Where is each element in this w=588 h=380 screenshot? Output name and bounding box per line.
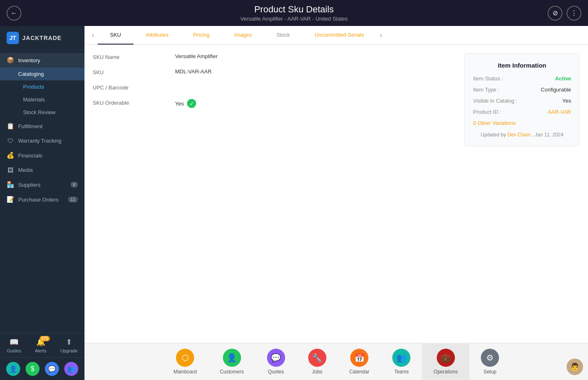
nav-quotes[interactable]: 💬 Quotes — [255, 344, 297, 380]
product-id-label: Product ID : — [473, 109, 501, 115]
mainboard-icon: ⬡ — [176, 349, 194, 367]
orderable-check-icon: ✓ — [187, 99, 196, 108]
back-button[interactable]: ← — [7, 6, 21, 21]
sku-name-row: SKU Name Versatile Amplifier — [93, 53, 464, 60]
item-type-label: Item Type : — [473, 87, 499, 93]
nav-mainboard[interactable]: ⬡ Mainboard — [162, 344, 208, 380]
sidebar-item-label: Inventory — [18, 57, 40, 63]
updated-by-name[interactable]: Dev Cham — [507, 132, 531, 138]
sidebar-item-inventory[interactable]: 📦 Inventory — [0, 53, 84, 68]
group-button[interactable]: 👥 — [64, 362, 78, 376]
nav-teams[interactable]: 👥 Teams — [381, 344, 422, 380]
customers-label: Customers — [220, 369, 244, 375]
tab-pricing[interactable]: Pricing — [181, 26, 222, 45]
suppliers-label: Suppliers — [18, 182, 40, 188]
tab-attributes[interactable]: Attributes — [134, 26, 181, 45]
customers-icon: 👤 — [223, 349, 241, 367]
tab-sku[interactable]: SKU — [98, 26, 134, 45]
dollar-button[interactable]: $ — [26, 362, 40, 376]
nav-jobs[interactable]: 🔧 Jobs — [297, 344, 338, 380]
suppliers-icon: 🏪 — [7, 181, 14, 188]
sidebar-item-media[interactable]: 🖼 Media — [0, 163, 84, 177]
tab-images[interactable]: Images — [222, 26, 264, 45]
tab-uncommitted-serials[interactable]: Uncommitted Serials — [302, 26, 377, 45]
operations-label: Operations — [433, 369, 458, 375]
variations-link[interactable]: 0 Other Variations — [473, 120, 571, 126]
guides-button[interactable]: 📖 Guides — [7, 338, 21, 353]
sidebar-item-materials[interactable]: Materials — [0, 93, 84, 106]
teams-icon: 👥 — [392, 349, 410, 367]
cataloging-label: Cataloging — [18, 71, 44, 77]
profile-avatar[interactable]: 👨 — [567, 359, 583, 375]
page-title: Product Sku Details — [25, 4, 563, 15]
quotes-label: Quotes — [268, 369, 284, 375]
product-id-row: Product ID : AAR-VAR — [473, 109, 571, 115]
tab-prev-button[interactable]: ‹ — [89, 31, 98, 40]
calendar-icon: 📅 — [350, 349, 368, 367]
sidebar-item-purchase-orders[interactable]: 📝 Purchase Orders 11 — [0, 192, 84, 207]
nav-operations[interactable]: 💼 Operations — [422, 344, 469, 380]
sidebar-item-suppliers[interactable]: 🏪 Suppliers 6 — [0, 177, 84, 192]
sidebar: JT JACKTRADE 📦 Inventory Cataloging Prod… — [0, 26, 84, 380]
tab-next-button[interactable]: › — [377, 31, 386, 40]
updated-by-text: Updated by Dev Cham , Jan 11, 2024 — [473, 132, 571, 138]
info-panel-title: Item Information — [473, 62, 571, 69]
product-id-value[interactable]: AAR-VAR — [548, 109, 571, 115]
main-layout: JT JACKTRADE 📦 Inventory Cataloging Prod… — [0, 26, 588, 380]
jobs-icon: 🔧 — [308, 349, 326, 367]
sidebar-item-stock-review[interactable]: Stock Review — [0, 106, 84, 119]
user-profile-button[interactable]: 👤 — [6, 362, 20, 376]
visible-catalog-value: Yes — [562, 98, 571, 104]
upgrade-label: Upgrade — [60, 348, 77, 353]
item-status-label: Item Status : — [473, 75, 503, 82]
sidebar-item-cataloging[interactable]: Cataloging — [0, 68, 84, 80]
item-type-value: Configurable — [541, 87, 571, 93]
nav-calendar[interactable]: 📅 Calendar — [338, 344, 381, 380]
sku-name-value: Versatile Amplifier — [175, 53, 218, 59]
sidebar-item-products[interactable]: Products — [0, 80, 84, 93]
content-area: ‹ SKU Attributes Pricing Images Stock Un… — [84, 26, 588, 380]
sidebar-user-icons: 👤 $ 💬 👥 — [0, 357, 84, 380]
setup-icon: ⚙ — [481, 349, 499, 367]
alerts-button[interactable]: 🔔 271 Alerts — [35, 338, 47, 353]
fulfillment-icon: 📋 — [7, 122, 14, 130]
financials-icon: 💰 — [7, 152, 14, 159]
sku-row: SKU MDL-VAR-AAR — [93, 68, 464, 75]
guides-label: Guides — [7, 348, 21, 353]
sidebar-item-warranty[interactable]: 🛡 Warranty Tracking — [0, 134, 84, 148]
quotes-icon: 💬 — [267, 349, 285, 367]
alerts-label: Alerts — [35, 348, 47, 353]
logo-text: JACKTRADE — [22, 35, 61, 41]
sidebar-item-financials[interactable]: 💰 Financials — [0, 148, 84, 163]
header-actions: ⊘ ⋮ — [548, 6, 581, 21]
upgrade-icon: ⬆ — [66, 338, 72, 347]
sku-name-label: SKU Name — [93, 53, 175, 60]
form-section: SKU Name Versatile Amplifier SKU MDL-VAR… — [93, 53, 464, 335]
materials-label: Materials — [23, 96, 45, 103]
warranty-icon: 🛡 — [7, 137, 14, 144]
visible-catalog-row: Visible in Catalog : Yes — [473, 98, 571, 104]
warranty-label: Warranty Tracking — [18, 138, 61, 144]
tab-stock[interactable]: Stock — [264, 26, 302, 45]
stock-review-label: Stock Review — [23, 109, 56, 115]
orderable-row: SKU Orderable Yes ✓ — [93, 99, 464, 108]
sku-value: MDL-VAR-AAR — [175, 68, 212, 75]
main-content: SKU Name Versatile Amplifier SKU MDL-VAR… — [84, 45, 588, 343]
nav-customers[interactable]: 👤 Customers — [208, 344, 255, 380]
upc-label: UPC / Barcode — [93, 84, 175, 91]
upc-row: UPC / Barcode — [93, 84, 464, 91]
sku-label: SKU — [93, 68, 175, 75]
chat-button[interactable]: 💬 — [45, 362, 59, 376]
suppliers-badge: 6 — [70, 182, 78, 188]
edit-button[interactable]: ⊘ — [548, 6, 562, 21]
sidebar-item-fulfillment[interactable]: 📋 Fulfillment — [0, 119, 84, 134]
nav-setup[interactable]: ⚙ Setup — [469, 344, 511, 380]
teams-label: Teams — [394, 369, 409, 375]
orderable-label: SKU Orderable — [93, 99, 175, 106]
item-type-row: Item Type : Configurable — [473, 87, 571, 93]
sidebar-bottom-actions: 📖 Guides 🔔 271 Alerts ⬆ Upgrade — [0, 333, 84, 357]
upgrade-button[interactable]: ⬆ Upgrade — [60, 338, 77, 353]
purchase-orders-label: Purchase Orders — [18, 197, 59, 203]
purchase-orders-badge: 11 — [68, 197, 78, 202]
more-options-button[interactable]: ⋮ — [567, 6, 581, 21]
